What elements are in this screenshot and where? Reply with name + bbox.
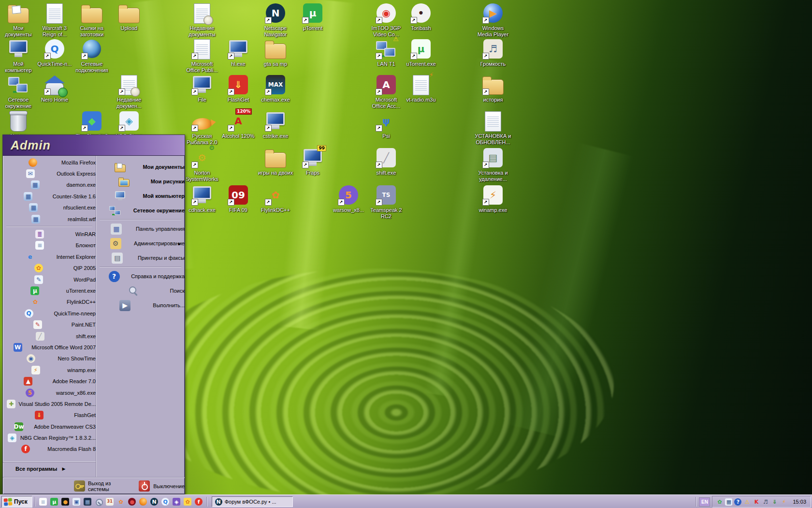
place-item-my-pictures[interactable]: Мои рисунки bbox=[96, 174, 185, 189]
clock[interactable]: 15:03 bbox=[793, 499, 806, 505]
firefox-icon[interactable] bbox=[139, 498, 147, 506]
program-item-paint-net[interactable]: ✎Paint.NET bbox=[3, 319, 96, 330]
show-desktop-icon[interactable]: ▣ bbox=[72, 498, 81, 506]
shut-down-button[interactable]: Выключение bbox=[138, 480, 185, 492]
system-item-run[interactable]: ▶Выполнить... bbox=[96, 298, 185, 313]
desktop-icon-vt-radio[interactable]: ⚡vt-radio.m3u bbox=[403, 74, 439, 103]
settings-item-printers-faxes[interactable]: ▤Принтеры и факсы bbox=[96, 251, 185, 265]
desktop-icon-volume[interactable]: ♬Громкость bbox=[475, 38, 511, 67]
desktop-icon-winamp[interactable]: ⚡winamp.exe bbox=[475, 184, 511, 213]
desktop-icon-upload-folder[interactable]: Upload bbox=[111, 2, 147, 31]
desktop-icon-fifa09[interactable]: 09FIFA 09 bbox=[220, 184, 257, 213]
desktop-icon-netscape[interactable]: NNetscape Navigator bbox=[257, 2, 294, 38]
help-tray-icon[interactable]: ? bbox=[734, 498, 741, 506]
program-item-nbg-clean-registry[interactable]: ◈NBG Clean Registry™ 1.8.3.2... bbox=[3, 432, 96, 443]
desktop-icon-nero-home[interactable]: Nero Home bbox=[36, 74, 73, 103]
place-item-network-places[interactable]: Сетевое окружение bbox=[96, 203, 185, 218]
pinned-item-realmlist[interactable]: ▦realmlist.wtf bbox=[3, 213, 96, 224]
desktop-icon-wmp[interactable]: ▶Windows Media Player bbox=[475, 2, 511, 38]
desktop-icon-gta-samp[interactable]: gta sa mp bbox=[257, 38, 294, 67]
media-player-dark-icon[interactable]: ● bbox=[61, 498, 70, 506]
kaspersky-icon[interactable]: K bbox=[753, 498, 760, 506]
desktop-icon-ustanovka[interactable]: УСТАНОВКА и ОБНОВЛЕН... bbox=[475, 110, 511, 146]
wireless-warning-icon[interactable]: ⚠ bbox=[743, 498, 751, 506]
log-off-button[interactable]: Выход из системы bbox=[73, 480, 131, 492]
display-icon[interactable]: ▦ bbox=[84, 498, 92, 506]
program-item-notepad[interactable]: ≡Блокнот bbox=[3, 240, 96, 251]
desktop-icon-my-documents[interactable]: Мои документы bbox=[0, 2, 37, 38]
desktop-icon-warcraft3[interactable]: Warcraft 3 Reign of... bbox=[36, 2, 73, 38]
desktop-icon-cstrike[interactable]: cstrike.exe bbox=[257, 110, 294, 139]
desktop-icon-recent-docs-2[interactable]: Недавние докумен... bbox=[111, 74, 147, 109]
program-item-winrar[interactable]: ≣WinRAR bbox=[3, 228, 96, 239]
program-item-internet-explorer[interactable]: eInternet Explorer bbox=[3, 251, 96, 262]
utorrent-icon[interactable]: μ bbox=[50, 498, 58, 506]
download-manager-icon[interactable]: ⇓ bbox=[771, 498, 778, 506]
winamp-tray-icon[interactable]: ⚡ bbox=[780, 498, 787, 506]
media-player-red-icon[interactable]: ● bbox=[128, 498, 136, 506]
desktop-icon-toribash[interactable]: •Toribash bbox=[403, 2, 439, 31]
desktop-icon-lan[interactable]: ⚠LAN T1 bbox=[368, 38, 405, 67]
program-item-flashget[interactable]: ⇓FlashGet bbox=[3, 410, 96, 421]
settings-item-administration[interactable]: ⚙Администрирование bbox=[96, 236, 185, 251]
program-item-wordpad[interactable]: ✎WordPad bbox=[3, 274, 96, 285]
quicktime-icon[interactable]: Q bbox=[161, 498, 170, 506]
desktop-icon-flylinkdc[interactable]: ✿FlylinkDC++ bbox=[257, 184, 294, 213]
desktop-icon-hl-exe[interactable]: hl.exe bbox=[220, 38, 257, 67]
program-item-winamp[interactable]: ⚡winamp.exe bbox=[3, 364, 96, 375]
volume-icon[interactable]: ♬ bbox=[762, 498, 769, 506]
desktop-icon-office-publisher[interactable]: Microsoft Office Publi... bbox=[184, 38, 220, 74]
program-item-qip[interactable]: ✿QIP 2005 bbox=[3, 263, 96, 274]
system-item-help-support[interactable]: ?Справка и поддержка bbox=[96, 269, 185, 284]
desktop-icon-network-connections[interactable]: Сетевые подключения bbox=[73, 38, 110, 74]
netscape-icon[interactable]: N bbox=[150, 498, 159, 506]
desktop-icon-russian-fishing[interactable]: Русская Рыбалка 2.0 bbox=[184, 110, 220, 146]
desktop-icon-quicktime[interactable]: QQuickTime-п... bbox=[36, 38, 73, 67]
program-item-visual-studio[interactable]: ✚Visual Studio 2005 Remote De... bbox=[3, 398, 96, 409]
desktop-icon-norton-systemworks[interactable]: ⚙⚙Norton SystemWorks bbox=[184, 147, 220, 182]
qip-icon[interactable]: ✿ bbox=[184, 498, 192, 506]
desktop-icon-network-places[interactable]: Сетевое окружение bbox=[0, 74, 37, 109]
desktop-icon-recent-documents[interactable]: Недавние документы bbox=[184, 2, 220, 38]
program-item-dreamweaver[interactable]: DwAdobe Dreamweaver CS3 bbox=[3, 421, 96, 432]
language-indicator[interactable]: EN bbox=[699, 497, 710, 507]
settings-item-control-panel[interactable]: ▦Панель управления bbox=[96, 222, 185, 236]
system-item-search[interactable]: Поиск bbox=[96, 284, 185, 298]
program-item-quicktime[interactable]: QQuickTime-плеер bbox=[3, 308, 96, 319]
program-item-nero-showtime[interactable]: ◉Nero ShowTime bbox=[3, 353, 96, 364]
program-item-warsow[interactable]: 5warsow_x86.exe bbox=[3, 387, 96, 398]
desktop-icon-file[interactable]: File bbox=[184, 74, 220, 103]
place-item-my-documents[interactable]: Мои документы bbox=[96, 160, 185, 174]
icq-flower-icon[interactable]: ✿ bbox=[716, 498, 723, 506]
desktop-icon-history-folder[interactable]: история bbox=[475, 74, 511, 103]
notepad-icon[interactable]: ≡ bbox=[39, 498, 47, 506]
pinned-item-counter-strike[interactable]: ▦Counter-Strike 1.6 bbox=[3, 191, 96, 202]
network-tray-icon[interactable]: ▦ bbox=[725, 498, 732, 506]
desktop-icon-my-computer[interactable]: Мой компьютер bbox=[0, 38, 37, 74]
search-icon[interactable] bbox=[95, 498, 103, 506]
pinned-item-firefox[interactable]: Mozilla Firefox bbox=[3, 157, 96, 168]
program-item-adobe-reader[interactable]: ▲Adobe Reader 7.0 bbox=[3, 375, 96, 387]
program-item-macromedia-flash[interactable]: fMacromedia Flash 8 bbox=[3, 444, 96, 455]
desktop-icon-psi[interactable]: ψPsi bbox=[368, 110, 405, 139]
desktop-icon-alcohol[interactable]: A120%Alcohol 120% bbox=[220, 110, 257, 139]
desktop-icon-teamspeak[interactable]: TSTeamspeak 2 RC2 bbox=[368, 184, 405, 220]
program-item-word-2007[interactable]: WMicrosoft Office Word 2007 bbox=[3, 342, 96, 353]
desktop-icon-utorrent[interactable]: μμTorrent bbox=[294, 2, 331, 31]
place-item-my-computer[interactable]: Мой компьютер bbox=[96, 189, 185, 203]
program-item-utorrent[interactable]: μuTorrent.exe bbox=[3, 285, 96, 296]
desktop-icon-chemax[interactable]: MAXchemax.exe bbox=[257, 74, 294, 103]
task-button-netscape[interactable]: N Форум вФОСе.ру • ... bbox=[212, 496, 293, 507]
desktop-icon-add-remove[interactable]: ▤Установка и удаление... bbox=[475, 147, 511, 182]
desktop-icon-warsow[interactable]: 5warsow_x8... bbox=[330, 184, 367, 213]
desktop-icon-imtoo[interactable]: ◉ImTOO 3GP Video Co... bbox=[368, 2, 405, 38]
start-button[interactable]: Пуск bbox=[1, 496, 32, 508]
desktop-icon-shift[interactable]: ╱shift.exe bbox=[368, 147, 405, 176]
desktop-icon-office-access[interactable]: AMicrosoft Office Acc... bbox=[368, 74, 405, 109]
pinned-item-daemon[interactable]: ▦daemon.exe bbox=[3, 179, 96, 191]
pinned-item-outlook-express[interactable]: ✉Outlook Express bbox=[3, 168, 96, 179]
all-programs-button[interactable]: Все программы bbox=[3, 462, 96, 475]
flylinkdc-icon[interactable]: ✿ bbox=[117, 498, 125, 506]
program-item-shift[interactable]: ╱shift.exe bbox=[3, 330, 96, 342]
desktop-icon-flashget[interactable]: ⇓FlashGet bbox=[220, 74, 257, 103]
